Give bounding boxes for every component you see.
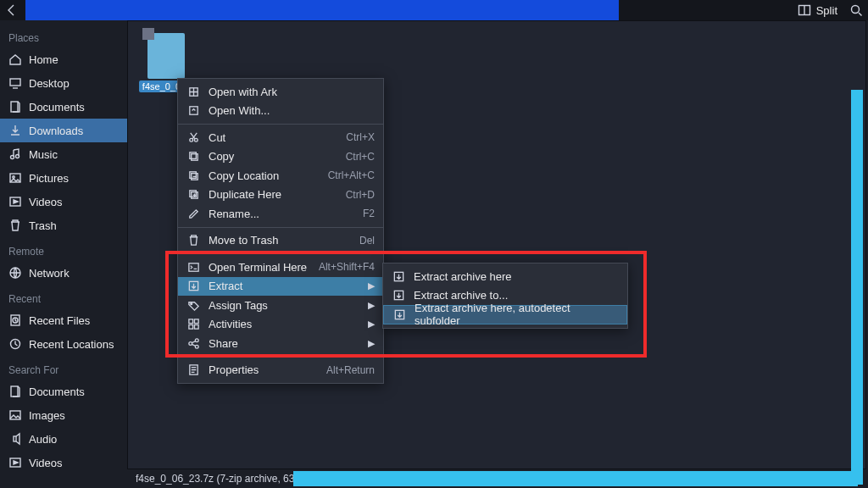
sidebar-item-audio[interactable]: Audio — [0, 427, 127, 451]
back-icon[interactable] — [5, 3, 19, 17]
svg-point-8 — [852, 6, 860, 14]
documents-icon — [8, 100, 22, 114]
menu-item-properties[interactable]: PropertiesAlt+Return — [178, 361, 383, 380]
menu-item-extract-archive-here[interactable]: Extract archive here — [383, 267, 627, 286]
menu-separator — [178, 227, 383, 228]
copyloc-icon — [186, 169, 200, 182]
menu-item-move-to-trash[interactable]: Move to TrashDel — [178, 231, 383, 251]
menu-item-label: Cut — [209, 131, 337, 144]
menu-item-label: Copy Location — [209, 169, 320, 182]
chevron-right-icon: ▶ — [368, 319, 375, 330]
menu-separator — [178, 357, 383, 358]
images-icon — [8, 408, 22, 422]
activities-icon — [186, 318, 200, 331]
menu-item-label: Extract archive to... — [414, 289, 619, 302]
sidebar-item-documents[interactable]: Documents — [0, 380, 127, 403]
trash-icon — [186, 234, 200, 247]
menu-item-label: Extract archive here — [414, 270, 619, 283]
menu-item-cut[interactable]: CutCtrl+X — [178, 128, 383, 147]
sidebar-item-documents[interactable]: Documents — [0, 95, 127, 119]
sidebar-section-places: Places — [0, 24, 127, 47]
sidebar-item-recent-locations[interactable]: Recent Locations — [0, 332, 127, 356]
split-button[interactable]: Split — [798, 3, 837, 17]
tags-icon — [186, 298, 200, 312]
menu-item-open-terminal-here[interactable]: Open Terminal HereAlt+Shift+F4 — [178, 258, 383, 277]
share-icon — [186, 336, 200, 350]
pictures-icon — [8, 171, 22, 185]
menu-item-shortcut: Ctrl+C — [346, 151, 375, 163]
menu-item-label: Open Terminal Here — [209, 261, 310, 274]
menu-item-shortcut: Del — [359, 235, 375, 247]
desktop-icon — [8, 76, 22, 90]
menu-item-label: Copy — [209, 150, 337, 163]
open-icon — [186, 104, 200, 118]
menu-separator — [178, 124, 383, 125]
menu-item-extract-archive-here-autodetect-subfolder[interactable]: Extract archive here, autodetect subfold… — [383, 305, 627, 324]
menu-item-shortcut: F2 — [363, 208, 375, 219]
menu-item-rename[interactable]: Rename...F2 — [178, 204, 383, 224]
menu-item-label: Assign Tags — [209, 299, 359, 312]
sidebar-item-trash[interactable]: Trash — [0, 214, 127, 237]
archive-icon — [147, 33, 185, 79]
menu-item-assign-tags[interactable]: Assign Tags▶ — [178, 296, 383, 315]
extract-icon — [392, 289, 405, 302]
sidebar-item-label: Network — [29, 267, 70, 280]
menu-item-label: Extract archive here, autodetect subfold… — [415, 302, 618, 327]
menu-item-activities[interactable]: Activities▶ — [178, 315, 383, 335]
sidebar-item-downloads[interactable]: Downloads — [0, 119, 127, 142]
menu-item-label: Open With... — [209, 104, 375, 117]
sidebar-item-recent-files[interactable]: Recent Files — [0, 308, 127, 332]
sidebar-item-label: Trash — [29, 219, 57, 232]
videos-icon — [8, 195, 22, 208]
sidebar-item-label: Downloads — [29, 125, 83, 137]
extract-icon — [392, 269, 405, 283]
ark-icon — [186, 85, 200, 98]
videos-icon — [8, 456, 22, 469]
sidebar-item-images[interactable]: Images — [0, 403, 127, 427]
sidebar-item-label: Music — [29, 148, 58, 161]
overlay-cyan-bottom — [293, 471, 858, 486]
properties-icon — [186, 363, 200, 377]
context-menu[interactable]: Open with ArkOpen With...CutCtrl+XCopyCt… — [177, 78, 384, 384]
sidebar-section-recent: Recent — [0, 285, 127, 308]
sidebar-item-desktop[interactable]: Desktop — [0, 71, 127, 95]
chevron-right-icon: ▶ — [368, 338, 375, 349]
sidebar-item-label: Audio — [29, 433, 57, 446]
sidebar-item-label: Videos — [29, 457, 63, 469]
recent-locations-icon — [8, 337, 22, 351]
sidebar-item-music[interactable]: Music — [0, 142, 127, 166]
menu-item-label: Extract — [209, 280, 359, 292]
chevron-right-icon: ▶ — [368, 300, 375, 311]
sidebar-item-pictures[interactable]: Pictures — [0, 166, 127, 190]
sidebar-item-videos[interactable]: Videos — [0, 190, 127, 214]
cut-icon — [186, 130, 200, 144]
menu-item-label: Activities — [209, 318, 359, 330]
sidebar-item-home[interactable]: Home — [0, 47, 127, 71]
music-icon — [8, 147, 22, 161]
menu-item-duplicate-here[interactable]: Duplicate HereCtrl+D — [178, 186, 383, 205]
sidebar-item-videos[interactable]: Videos — [0, 451, 127, 469]
menu-item-shortcut: Alt+Shift+F4 — [319, 261, 375, 273]
network-icon — [8, 266, 22, 280]
extract-submenu[interactable]: Extract archive hereExtract archive to..… — [382, 263, 628, 329]
menu-item-share[interactable]: Share▶ — [178, 334, 383, 353]
menu-item-open-with[interactable]: Open With... — [178, 102, 383, 121]
recent-files-icon — [8, 313, 22, 327]
menu-separator — [178, 253, 383, 254]
menu-item-label: Duplicate Here — [209, 188, 337, 201]
sidebar-item-label: Recent Locations — [29, 338, 114, 351]
sidebar-item-label: Home — [29, 53, 58, 66]
menu-item-copy-location[interactable]: Copy LocationCtrl+Alt+C — [178, 166, 383, 186]
sidebar-item-label: Videos — [29, 196, 63, 208]
trash-icon — [8, 219, 22, 232]
search-icon[interactable] — [849, 3, 863, 17]
menu-item-extract[interactable]: Extract▶ — [178, 277, 383, 297]
menu-item-shortcut: Ctrl+D — [346, 189, 375, 201]
menu-item-open-with-ark[interactable]: Open with Ark — [178, 82, 383, 102]
extract-icon — [186, 280, 200, 293]
sidebar-item-label: Images — [29, 409, 65, 422]
sidebar-item-network[interactable]: Network — [0, 261, 127, 285]
menu-item-label: Rename... — [209, 208, 354, 220]
menu-item-copy[interactable]: CopyCtrl+C — [178, 147, 383, 167]
extract-icon — [392, 308, 406, 321]
